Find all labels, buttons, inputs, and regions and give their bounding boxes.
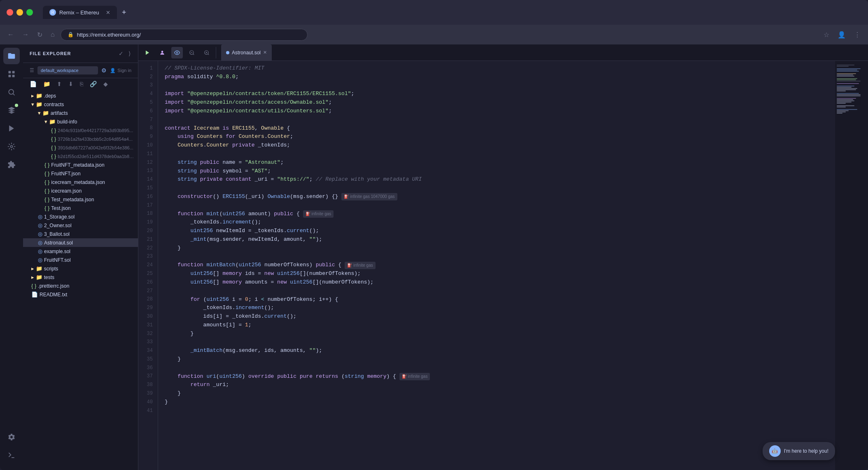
activity-icon-settings[interactable] (3, 429, 20, 445)
tree-item-scripts[interactable]: ▸ 📁 scripts (23, 264, 138, 273)
check-icon[interactable]: ✓ (118, 49, 124, 58)
bookmark-button[interactable]: ☆ (821, 29, 832, 40)
download-button[interactable]: ⬇ (67, 80, 75, 88)
tree-item-artifacts[interactable]: ▾ 📁 artifacts (23, 109, 138, 117)
tree-item-fruitnft-json[interactable]: { } FruitNFT.json (23, 169, 138, 178)
ln-15: 15 (138, 184, 158, 193)
json-file-icon: { } (44, 179, 49, 185)
tree-item-fruitnft-sol[interactable]: ◎ FruitNFT.sol (23, 256, 138, 264)
upload-button[interactable]: ⬆ (55, 80, 63, 88)
tree-item-1-storage[interactable]: ◎ 1_Storage.sol (23, 212, 138, 221)
code-line-29: _tokenIds.increment(); (165, 304, 828, 312)
ln-26: 26 (138, 278, 158, 287)
browser-tab-remix[interactable]: R Remix – Ethereu ✕ (43, 6, 117, 19)
reload-button[interactable]: ↻ (35, 29, 45, 40)
ln-39: 39 (138, 389, 158, 398)
tree-item-readme[interactable]: 📄 README.txt (23, 290, 138, 299)
close-tab-icon[interactable]: ✕ (106, 9, 110, 16)
git-button[interactable]: ◆ (102, 80, 110, 88)
tree-item-hash3[interactable]: { } 3916db667227a0042e6f32b54e386... (23, 143, 138, 152)
tree-item-build-info[interactable]: ▾ 📁 build-info (23, 117, 138, 126)
tree-item-icecream-meta[interactable]: { } icecream_metadata.json (23, 178, 138, 186)
activity-icon-file-explorer[interactable] (3, 48, 20, 64)
new-folder-button[interactable]: 📁 (42, 80, 52, 88)
close-tab-icon[interactable]: ✕ (263, 50, 267, 55)
ln-31: 31 (138, 321, 158, 330)
hamburger-icon[interactable]: ☰ (30, 67, 34, 73)
url-input[interactable] (77, 32, 301, 38)
tree-item-3-ballot[interactable]: ◎ 3_Ballot.sol (23, 230, 138, 238)
tree-item-icecream-json[interactable]: { } icecream.json (23, 186, 138, 195)
sol-file-icon: ◎ (38, 231, 42, 237)
minimize-button[interactable] (16, 9, 23, 16)
editor-tab-astronaut[interactable]: Astronaut.sol ✕ (221, 44, 272, 60)
zoom-out-icon[interactable] (186, 47, 198, 58)
activity-icon-workspaces[interactable] (3, 66, 20, 82)
sol-file-icon: ◎ (38, 248, 42, 254)
expand-icon[interactable]: ⟩ (128, 49, 131, 58)
ide-container: FILE EXPLORER ✓ ⟩ ☰ default_workspace ⚙ … (0, 44, 868, 470)
eye-icon[interactable] (171, 47, 183, 58)
sidebar-actions: ✓ ⟩ (118, 49, 131, 58)
home-button[interactable]: ⌂ (48, 29, 57, 40)
activity-icon-plugin[interactable] (3, 156, 20, 173)
link-button[interactable]: 🔗 (88, 80, 98, 88)
workspace-label: default_workspace (37, 66, 98, 74)
tree-item-prettierrc[interactable]: { } .prettierrc.json (23, 282, 138, 290)
tree-item-example[interactable]: ◎ example.sol (23, 247, 138, 256)
code-content[interactable]: // SPDX-License-Identifier: MIT pragma s… (158, 61, 835, 470)
copy-button[interactable]: ⎘ (78, 80, 85, 88)
menu-button[interactable]: ⋮ (852, 29, 863, 40)
svg-line-13 (193, 54, 194, 55)
tree-item-fruitnft-meta[interactable]: { } FruitNFT_metadata.json (23, 161, 138, 169)
tree-item-contracts[interactable]: ▾ 📁 contracts (23, 100, 138, 109)
tree-item-hash4[interactable]: { } b2d1f55cd2de511d4378deb0aa1b82... (23, 152, 138, 161)
activity-icon-debug[interactable] (3, 138, 20, 155)
ln-29: 29 (138, 304, 158, 312)
tree-item-deps[interactable]: ▸ 📁 .deps (23, 91, 138, 100)
tree-item-hash2[interactable]: { } 3726b1a2fa433bcbb5c2c64d854a4... (23, 135, 138, 143)
tree-item-tests[interactable]: ▸ 📁 tests (23, 273, 138, 282)
ln-36: 36 (138, 364, 158, 372)
activity-icon-solidity[interactable] (3, 102, 20, 119)
maximize-button[interactable] (26, 9, 33, 16)
json-file-icon: { } (51, 136, 56, 142)
run-icon[interactable] (142, 47, 153, 58)
workspace-settings-icon[interactable]: ⚙ (101, 67, 107, 74)
activity-icon-terminal[interactable] (3, 447, 20, 463)
code-line-41 (165, 407, 828, 415)
ln-18: 18 (138, 210, 158, 219)
code-line-34: _mintBatch(msg.sender, ids, amounts, "")… (165, 347, 828, 355)
profile-button[interactable]: 👤 (835, 29, 848, 40)
address-bar[interactable]: 🔒 (61, 29, 308, 41)
activity-icon-deploy[interactable] (3, 120, 20, 137)
zoom-in-icon[interactable] (201, 47, 212, 58)
tree-item-label: example.sol (44, 249, 135, 254)
ln-38: 38 (138, 381, 158, 389)
tree-item-astronaut[interactable]: ◎ Astronaut.sol (23, 238, 138, 247)
tree-item-hash1[interactable]: { } 2404c931bf0e44217729a3d93b895... (23, 126, 138, 135)
ln-6: 6 (138, 107, 158, 116)
editor-tab-label: Astronaut.sol (232, 50, 261, 56)
back-button[interactable]: ← (5, 29, 16, 40)
tree-item-2-owner[interactable]: ◎ 2_Owner.sol (23, 221, 138, 230)
ln-20: 20 (138, 227, 158, 235)
code-line-17 (165, 201, 828, 210)
ln-22: 22 (138, 244, 158, 253)
chat-bubble[interactable]: 🤖 I'm here to help you! (763, 442, 835, 460)
forward-button[interactable]: → (20, 29, 31, 40)
tree-item-label: FruitNFT.json (51, 171, 135, 177)
new-tab-button[interactable]: + (119, 7, 130, 19)
close-button[interactable] (7, 9, 13, 16)
sol-indicator (226, 51, 229, 54)
account-icon[interactable] (156, 47, 168, 58)
tree-item-test-json[interactable]: { } Test.json (23, 204, 138, 212)
code-line-14: string private constant _uri = "https://… (165, 175, 828, 184)
new-file-button[interactable]: 📄 (28, 80, 38, 88)
activity-icon-search[interactable] (3, 84, 20, 100)
tree-item-test-meta[interactable]: { } Test_metadata.json (23, 195, 138, 204)
ln-7: 7 (138, 116, 158, 124)
code-line-40: } (165, 398, 828, 407)
browser-titlebar: R Remix – Ethereu ✕ + (0, 0, 868, 25)
sign-in-button[interactable]: 👤 Sign in (110, 68, 131, 73)
